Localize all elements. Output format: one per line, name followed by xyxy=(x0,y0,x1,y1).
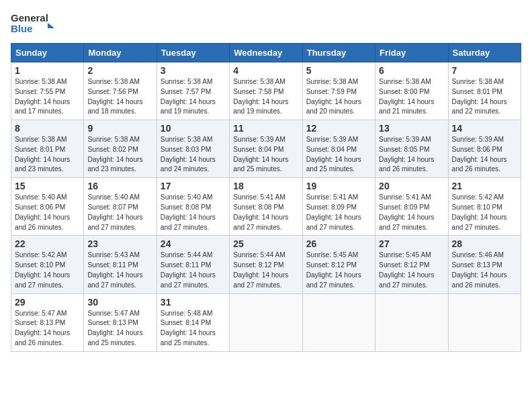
day-info: Sunrise: 5:45 AM Sunset: 8:12 PM Dayligh… xyxy=(306,250,371,290)
calendar-week-row: 22Sunrise: 5:42 AM Sunset: 8:10 PM Dayli… xyxy=(11,236,521,293)
day-info: Sunrise: 5:38 AM Sunset: 7:58 PM Dayligh… xyxy=(233,77,298,117)
calendar-cell: 24Sunrise: 5:44 AM Sunset: 8:11 PM Dayli… xyxy=(157,236,229,293)
day-info: Sunrise: 5:40 AM Sunset: 8:07 PM Dayligh… xyxy=(87,193,152,232)
calendar-cell: 27Sunrise: 5:45 AM Sunset: 8:12 PM Dayli… xyxy=(375,236,448,293)
logo: GeneralBlue xyxy=(11,11,58,36)
column-header-saturday: Saturday xyxy=(448,44,521,62)
calendar-week-row: 8Sunrise: 5:38 AM Sunset: 8:01 PM Daylig… xyxy=(11,120,521,178)
day-number: 17 xyxy=(161,181,226,191)
calendar-cell: 18Sunrise: 5:41 AM Sunset: 8:08 PM Dayli… xyxy=(230,178,302,236)
day-info: Sunrise: 5:38 AM Sunset: 7:57 PM Dayligh… xyxy=(161,77,226,117)
calendar-cell: 20Sunrise: 5:41 AM Sunset: 8:09 PM Dayli… xyxy=(375,178,448,236)
day-number: 2 xyxy=(87,65,152,76)
day-info: Sunrise: 5:38 AM Sunset: 8:02 PM Dayligh… xyxy=(87,135,152,175)
column-header-wednesday: Wednesday xyxy=(230,44,302,62)
svg-marker-2 xyxy=(48,23,54,28)
day-info: Sunrise: 5:38 AM Sunset: 8:01 PM Dayligh… xyxy=(15,135,80,175)
calendar-table: SundayMondayTuesdayWednesdayThursdayFrid… xyxy=(11,43,521,352)
day-number: 4 xyxy=(233,65,298,76)
column-header-friday: Friday xyxy=(375,44,448,62)
calendar-cell xyxy=(302,293,375,351)
day-info: Sunrise: 5:45 AM Sunset: 8:12 PM Dayligh… xyxy=(379,250,444,290)
calendar-header-row: SundayMondayTuesdayWednesdayThursdayFrid… xyxy=(11,44,521,62)
day-info: Sunrise: 5:48 AM Sunset: 8:14 PM Dayligh… xyxy=(161,309,226,349)
svg-text:General: General xyxy=(11,12,48,24)
day-info: Sunrise: 5:44 AM Sunset: 8:12 PM Dayligh… xyxy=(233,250,298,290)
calendar-cell: 17Sunrise: 5:40 AM Sunset: 8:08 PM Dayli… xyxy=(157,178,229,236)
day-info: Sunrise: 5:46 AM Sunset: 8:13 PM Dayligh… xyxy=(452,250,517,290)
day-info: Sunrise: 5:38 AM Sunset: 7:56 PM Dayligh… xyxy=(87,77,152,117)
calendar-cell: 11Sunrise: 5:39 AM Sunset: 8:04 PM Dayli… xyxy=(230,120,302,178)
day-info: Sunrise: 5:41 AM Sunset: 8:09 PM Dayligh… xyxy=(379,193,444,232)
calendar-cell: 15Sunrise: 5:40 AM Sunset: 8:06 PM Dayli… xyxy=(11,178,84,236)
day-number: 16 xyxy=(87,181,152,191)
calendar-cell: 6Sunrise: 5:38 AM Sunset: 8:00 PM Daylig… xyxy=(375,62,448,120)
calendar-cell: 22Sunrise: 5:42 AM Sunset: 8:10 PM Dayli… xyxy=(11,236,84,293)
calendar-cell: 3Sunrise: 5:38 AM Sunset: 7:57 PM Daylig… xyxy=(157,62,229,120)
day-info: Sunrise: 5:40 AM Sunset: 8:06 PM Dayligh… xyxy=(15,193,80,232)
day-number: 30 xyxy=(87,297,152,308)
day-number: 5 xyxy=(306,65,371,76)
day-number: 14 xyxy=(452,123,517,134)
calendar-cell: 7Sunrise: 5:38 AM Sunset: 8:01 PM Daylig… xyxy=(448,62,521,120)
day-info: Sunrise: 5:44 AM Sunset: 8:11 PM Dayligh… xyxy=(161,250,226,290)
day-info: Sunrise: 5:38 AM Sunset: 8:03 PM Dayligh… xyxy=(161,135,226,175)
day-number: 15 xyxy=(15,181,80,191)
day-number: 1 xyxy=(15,65,80,76)
day-number: 7 xyxy=(452,65,517,76)
column-header-tuesday: Tuesday xyxy=(157,44,229,62)
calendar-week-row: 15Sunrise: 5:40 AM Sunset: 8:06 PM Dayli… xyxy=(11,178,521,236)
day-info: Sunrise: 5:40 AM Sunset: 8:08 PM Dayligh… xyxy=(161,193,226,232)
calendar-cell: 13Sunrise: 5:39 AM Sunset: 8:05 PM Dayli… xyxy=(375,120,448,178)
day-number: 12 xyxy=(306,123,371,134)
day-info: Sunrise: 5:38 AM Sunset: 8:00 PM Dayligh… xyxy=(379,77,444,117)
day-info: Sunrise: 5:39 AM Sunset: 8:04 PM Dayligh… xyxy=(233,135,298,175)
calendar-cell: 5Sunrise: 5:38 AM Sunset: 7:59 PM Daylig… xyxy=(302,62,375,120)
day-number: 28 xyxy=(452,238,517,249)
day-info: Sunrise: 5:38 AM Sunset: 7:59 PM Dayligh… xyxy=(306,77,371,117)
calendar-cell: 14Sunrise: 5:39 AM Sunset: 8:06 PM Dayli… xyxy=(448,120,521,178)
calendar-cell: 16Sunrise: 5:40 AM Sunset: 8:07 PM Dayli… xyxy=(84,178,157,236)
calendar-cell: 10Sunrise: 5:38 AM Sunset: 8:03 PM Dayli… xyxy=(157,120,229,178)
calendar-cell: 30Sunrise: 5:47 AM Sunset: 8:13 PM Dayli… xyxy=(84,293,157,351)
day-number: 23 xyxy=(87,238,152,249)
calendar-cell: 21Sunrise: 5:42 AM Sunset: 8:10 PM Dayli… xyxy=(448,178,521,236)
day-number: 24 xyxy=(161,238,226,249)
day-info: Sunrise: 5:38 AM Sunset: 7:55 PM Dayligh… xyxy=(15,77,80,117)
logo-svg: GeneralBlue xyxy=(11,11,58,36)
calendar-cell: 12Sunrise: 5:39 AM Sunset: 8:04 PM Dayli… xyxy=(302,120,375,178)
day-number: 11 xyxy=(233,123,298,134)
column-header-monday: Monday xyxy=(84,44,157,62)
calendar-cell: 19Sunrise: 5:41 AM Sunset: 8:09 PM Dayli… xyxy=(302,178,375,236)
calendar-cell: 25Sunrise: 5:44 AM Sunset: 8:12 PM Dayli… xyxy=(230,236,302,293)
day-number: 9 xyxy=(87,123,152,134)
calendar-cell: 8Sunrise: 5:38 AM Sunset: 8:01 PM Daylig… xyxy=(11,120,84,178)
day-info: Sunrise: 5:41 AM Sunset: 8:08 PM Dayligh… xyxy=(233,193,298,232)
calendar-cell xyxy=(375,293,448,351)
day-info: Sunrise: 5:41 AM Sunset: 8:09 PM Dayligh… xyxy=(306,193,371,232)
day-number: 29 xyxy=(15,297,80,308)
day-info: Sunrise: 5:39 AM Sunset: 8:04 PM Dayligh… xyxy=(306,135,371,175)
day-number: 3 xyxy=(161,65,226,76)
calendar-cell: 2Sunrise: 5:38 AM Sunset: 7:56 PM Daylig… xyxy=(84,62,157,120)
day-number: 8 xyxy=(15,123,80,134)
day-info: Sunrise: 5:39 AM Sunset: 8:05 PM Dayligh… xyxy=(379,135,444,175)
day-number: 10 xyxy=(161,123,226,134)
calendar-cell: 28Sunrise: 5:46 AM Sunset: 8:13 PM Dayli… xyxy=(448,236,521,293)
day-info: Sunrise: 5:42 AM Sunset: 8:10 PM Dayligh… xyxy=(452,193,517,232)
calendar-cell: 1Sunrise: 5:38 AM Sunset: 7:55 PM Daylig… xyxy=(11,62,84,120)
calendar-cell: 9Sunrise: 5:38 AM Sunset: 8:02 PM Daylig… xyxy=(84,120,157,178)
column-header-sunday: Sunday xyxy=(11,44,84,62)
day-number: 13 xyxy=(379,123,444,134)
calendar-cell: 23Sunrise: 5:43 AM Sunset: 8:11 PM Dayli… xyxy=(84,236,157,293)
day-number: 22 xyxy=(15,238,80,249)
day-info: Sunrise: 5:38 AM Sunset: 8:01 PM Dayligh… xyxy=(452,77,517,117)
day-info: Sunrise: 5:47 AM Sunset: 8:13 PM Dayligh… xyxy=(87,309,152,349)
day-info: Sunrise: 5:39 AM Sunset: 8:06 PM Dayligh… xyxy=(452,135,517,175)
day-number: 26 xyxy=(306,238,371,249)
day-info: Sunrise: 5:43 AM Sunset: 8:11 PM Dayligh… xyxy=(87,250,152,290)
column-header-thursday: Thursday xyxy=(302,44,375,62)
calendar-cell: 26Sunrise: 5:45 AM Sunset: 8:12 PM Dayli… xyxy=(302,236,375,293)
day-info: Sunrise: 5:42 AM Sunset: 8:10 PM Dayligh… xyxy=(15,250,80,290)
calendar-cell: 29Sunrise: 5:47 AM Sunset: 8:13 PM Dayli… xyxy=(11,293,84,351)
